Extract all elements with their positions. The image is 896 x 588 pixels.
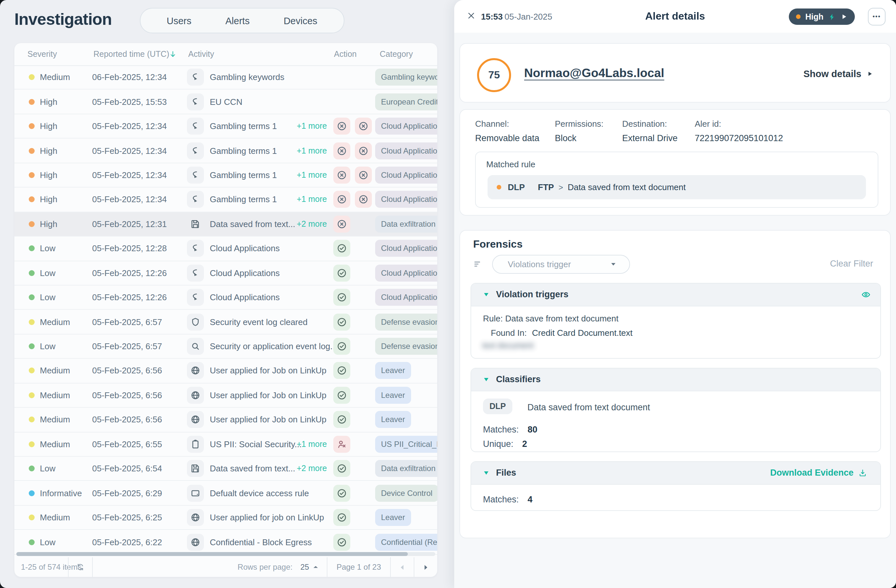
clear-filter-button[interactable]: Clear Filter bbox=[826, 258, 877, 269]
play-icon bbox=[867, 70, 873, 77]
horizontal-scrollbar[interactable] bbox=[16, 552, 435, 556]
forensics-card: Forensics Violations trigger Clear Filte… bbox=[459, 230, 891, 538]
classifiers-section: Classifiers DLP Data saved from text doc… bbox=[471, 368, 881, 452]
alert-date: 05-Jan-2025 bbox=[504, 12, 552, 21]
table-row[interactable]: Medium05-Feb-2025, 6:56User applied for … bbox=[14, 408, 437, 432]
field-alert-id: Aler id: 722199072095101012 bbox=[695, 119, 783, 143]
category-badge: Cloud Applications bbox=[375, 264, 437, 281]
activity-label: Confidential - Block Egress bbox=[210, 537, 312, 547]
next-page-button[interactable] bbox=[414, 564, 437, 571]
prev-page-button[interactable] bbox=[391, 564, 414, 571]
close-icon[interactable] bbox=[466, 11, 476, 20]
table-header: Severity Reported time (UTC) Activity Ac… bbox=[14, 43, 437, 66]
more-activities-link[interactable]: +1 more bbox=[297, 171, 327, 180]
table-row[interactable]: High05-Feb-2025, 12:34Gambling terms 1+1… bbox=[14, 114, 437, 139]
reported-time: 05-Feb-2025, 6:22 bbox=[92, 537, 162, 547]
severity-label: High bbox=[805, 12, 823, 21]
bolt-icon bbox=[828, 13, 836, 21]
category-badge: Gambling keywords bbox=[375, 69, 437, 85]
section-header[interactable]: Violation triggers bbox=[471, 283, 880, 306]
category-badge: Cloud Applications bbox=[375, 240, 437, 257]
table-row[interactable]: High05-Feb-2025, 12:34Gambling terms 1+1… bbox=[14, 163, 437, 188]
table-row[interactable]: High05-Feb-2025, 12:34Gambling terms 1+1… bbox=[14, 187, 437, 212]
severity-label: Low bbox=[40, 244, 56, 253]
activity-label: Cloud Applications bbox=[210, 244, 280, 253]
table-row[interactable]: Low05-Feb-2025, 12:26Cloud ApplicationsC… bbox=[14, 261, 437, 285]
more-activities-link[interactable]: +2 more bbox=[297, 219, 327, 228]
field-destination: Destination: External Drive bbox=[622, 119, 678, 143]
more-activities-link[interactable]: +1 more bbox=[297, 195, 327, 204]
download-evidence-button[interactable]: Download Evidence bbox=[766, 467, 871, 478]
table-row[interactable]: High05-Feb-2025, 12:31Data saved from te… bbox=[14, 212, 437, 236]
col-activity: Activity bbox=[188, 50, 214, 59]
severity-label: High bbox=[40, 219, 58, 229]
reported-time: 05-Feb-2025, 6:29 bbox=[92, 488, 162, 498]
activity-label: Cloud Applications bbox=[210, 292, 280, 302]
rows-per-page-select[interactable]: 25 bbox=[300, 562, 319, 572]
activity-label: EU CCN bbox=[210, 97, 242, 107]
rule-name: Data saved from text document bbox=[568, 182, 686, 192]
matched-rule-item[interactable]: DLP FTP > Data saved from text document bbox=[488, 175, 866, 199]
block-action-icon bbox=[355, 142, 372, 159]
table-row[interactable]: Medium05-Feb-2025, 6:57Security event lo… bbox=[14, 310, 437, 335]
table-row[interactable]: Low05-Feb-2025, 6:57Security or applicat… bbox=[14, 335, 437, 359]
reported-time: 05-Feb-2025, 6:55 bbox=[92, 439, 162, 449]
table-row[interactable]: Medium06-Feb-2025, 12:34Gambling keyword… bbox=[14, 66, 437, 90]
scrollbar-thumb[interactable] bbox=[16, 552, 408, 556]
severity-dot bbox=[29, 172, 35, 178]
block-action-icon bbox=[333, 142, 350, 159]
more-activities-link[interactable]: +2 more bbox=[297, 464, 327, 473]
severity-dot bbox=[796, 14, 801, 19]
reported-time: 05-Feb-2025, 12:34 bbox=[92, 146, 167, 155]
collapse-icon[interactable] bbox=[483, 291, 489, 298]
collapse-icon[interactable] bbox=[483, 376, 489, 383]
page-indicator: Page 1 of 23 bbox=[337, 562, 381, 572]
section-header[interactable]: Classifiers bbox=[471, 369, 880, 391]
table-row[interactable]: Low05-Feb-2025, 12:28Cloud ApplicationsC… bbox=[14, 236, 437, 261]
category-badge: Cloud Applications bbox=[375, 289, 437, 306]
more-options-button[interactable]: ••• bbox=[868, 8, 885, 26]
violations-trigger-dropdown[interactable]: Violations trigger bbox=[492, 255, 630, 274]
allowed-action-icon bbox=[333, 264, 350, 281]
table-row[interactable]: Medium05-Feb-2025, 6:55US PII: Social Se… bbox=[14, 432, 437, 457]
more-activities-link[interactable]: +1 more bbox=[297, 146, 327, 155]
refresh-button[interactable] bbox=[69, 562, 92, 572]
severity-label: Medium bbox=[40, 439, 70, 449]
severity-dot bbox=[29, 74, 35, 80]
action-icons bbox=[333, 436, 350, 453]
table-row[interactable]: High05-Feb-2025, 15:53EU CCNEuropean Cre… bbox=[14, 90, 437, 114]
severity-label: Low bbox=[40, 463, 56, 473]
tab-alerts[interactable]: Alerts bbox=[209, 15, 267, 26]
severity-badge[interactable]: High bbox=[789, 9, 855, 25]
table-row[interactable]: Low05-Feb-2025, 6:22Confidential - Block… bbox=[14, 530, 437, 554]
sort-desc-icon[interactable] bbox=[169, 50, 177, 58]
table-row[interactable]: High05-Feb-2025, 12:34Gambling terms 1+1… bbox=[14, 139, 437, 163]
table-row[interactable]: Low05-Feb-2025, 6:54Data saved from text… bbox=[14, 457, 437, 481]
alert-details-panel: 15:53 05-Jan-2025 Alert details High •••… bbox=[454, 0, 896, 588]
action-icons bbox=[333, 533, 350, 550]
reported-time: 05-Feb-2025, 6:57 bbox=[92, 317, 162, 327]
action-icons bbox=[333, 289, 350, 306]
items-count: 1-25 of 574 items bbox=[21, 562, 68, 572]
category-badge: Defense evasion bbox=[375, 338, 437, 355]
more-activities-link[interactable]: +1 more bbox=[297, 440, 327, 449]
unique-row: Unique: 2 bbox=[483, 438, 527, 449]
files-matches-value: 4 bbox=[527, 495, 532, 504]
table-row[interactable]: Medium05-Feb-2025, 6:56User applied for … bbox=[14, 383, 437, 408]
table-row[interactable]: Medium05-Feb-2025, 6:56User applied for … bbox=[14, 359, 437, 384]
user-link[interactable]: Normao@Go4Labs.local bbox=[524, 66, 664, 80]
table-row[interactable]: Low05-Feb-2025, 12:26Cloud ApplicationsC… bbox=[14, 285, 437, 310]
table-row[interactable]: Informative05-Feb-2025, 6:29Defualt devi… bbox=[14, 481, 437, 506]
redirect-activity-icon bbox=[187, 142, 204, 159]
table-row[interactable]: Medium05-Feb-2025, 6:25User applied for … bbox=[14, 506, 437, 530]
tab-devices[interactable]: Devices bbox=[267, 15, 334, 26]
tab-users[interactable]: Users bbox=[150, 15, 209, 26]
severity-label: Low bbox=[40, 268, 56, 278]
collapse-icon[interactable] bbox=[483, 470, 489, 476]
block-action-icon bbox=[355, 167, 372, 184]
table-footer: 1-25 of 574 items Rows per page: 25 Page… bbox=[14, 557, 437, 577]
more-activities-link[interactable]: +1 more bbox=[297, 122, 327, 131]
show-details-button[interactable]: Show details bbox=[800, 68, 877, 80]
section-header[interactable]: Files Download Evidence bbox=[471, 462, 880, 485]
eye-icon[interactable] bbox=[861, 289, 871, 300]
